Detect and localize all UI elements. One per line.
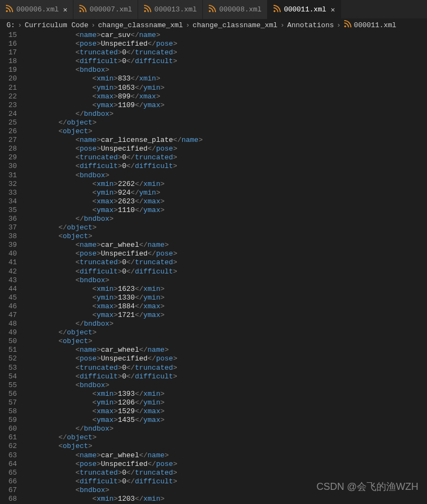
line-number: 58	[0, 407, 17, 416]
tab-label: 000013.xml	[154, 5, 197, 14]
code-line[interactable]: </object>	[24, 119, 427, 127]
code-line[interactable]: </object>	[24, 328, 427, 337]
code-line[interactable]: <pose>Unspecified</pose>	[24, 145, 427, 153]
code-line[interactable]: </bndbox>	[24, 110, 427, 119]
code-line[interactable]: <truncated>0</truncated>	[24, 469, 427, 477]
line-number: 26	[0, 127, 17, 136]
tab-000006-xml[interactable]: 000006.xml✕	[0, 0, 73, 19]
tab-000008-xml[interactable]: 000008.xml	[203, 0, 268, 19]
breadcrumb-segment[interactable]: Curriculum Code	[24, 21, 88, 29]
code-line[interactable]: </object>	[24, 433, 427, 442]
line-number: 41	[0, 258, 17, 267]
line-number: 27	[0, 136, 17, 145]
code-area[interactable]: <name>car_suv</name> <pose>Unspecified</…	[24, 31, 427, 504]
svg-point-1	[79, 10, 82, 12]
code-line[interactable]: <difficult>0</difficult>	[24, 477, 427, 486]
code-line[interactable]: <xmin>2262</xmin>	[24, 180, 427, 189]
close-icon[interactable]: ✕	[331, 5, 335, 14]
code-line[interactable]: <ymin>924</ymin>	[24, 189, 427, 197]
tab-000007-xml[interactable]: 000007.xml	[73, 0, 138, 19]
breadcrumb-segment[interactable]: change_classname_xml	[193, 21, 277, 29]
line-number-gutter: 1516171819202122232425262728293031323334…	[0, 31, 24, 504]
line-number: 63	[0, 451, 17, 460]
line-number: 51	[0, 346, 17, 354]
code-line[interactable]: <ymin>1206</ymin>	[24, 399, 427, 407]
code-line[interactable]: <truncated>0</truncated>	[24, 153, 427, 162]
line-number: 21	[0, 84, 17, 92]
close-icon[interactable]: ✕	[63, 5, 67, 14]
code-line[interactable]: <xmax>2623</xmax>	[24, 197, 427, 206]
code-line[interactable]: <truncated>0</truncated>	[24, 48, 427, 57]
code-line[interactable]: <xmin>1203</xmin>	[24, 495, 427, 503]
code-line[interactable]: <name>car_wheel</name>	[24, 346, 427, 354]
code-line[interactable]: <object>	[24, 442, 427, 451]
code-line[interactable]: <object>	[24, 337, 427, 346]
code-line[interactable]: <bndbox>	[24, 66, 427, 74]
code-line[interactable]: <pose>Unspecified</pose>	[24, 460, 427, 469]
tab-label: 000006.xml	[16, 5, 59, 14]
code-line[interactable]: <pose>Unspecified</pose>	[24, 250, 427, 258]
line-number: 44	[0, 285, 17, 294]
line-number: 52	[0, 354, 17, 363]
code-line[interactable]: <bndbox>	[24, 381, 427, 390]
line-number: 30	[0, 162, 17, 171]
line-number: 47	[0, 311, 17, 320]
code-line[interactable]: <object>	[24, 232, 427, 241]
code-line[interactable]: <bndbox>	[24, 276, 427, 285]
tab-000011-xml[interactable]: 000011.xml✕	[268, 0, 341, 19]
tab-label: 000008.xml	[219, 5, 262, 14]
code-line[interactable]: <xmin>1393</xmin>	[24, 390, 427, 399]
line-number: 50	[0, 337, 17, 346]
code-line[interactable]: <ymin>1053</ymin>	[24, 84, 427, 92]
code-line[interactable]: <pose>Unspecified</pose>	[24, 354, 427, 363]
breadcrumb-segment[interactable]: change_classname_xml	[98, 21, 183, 29]
line-number: 34	[0, 197, 17, 206]
code-line[interactable]: </object>	[24, 223, 427, 232]
code-line[interactable]: <name>car_wheel</name>	[24, 241, 427, 250]
code-line[interactable]: </bndbox>	[24, 215, 427, 223]
code-line[interactable]: <difficult>0</difficult>	[24, 57, 427, 66]
tab-000013-xml[interactable]: 000013.xml	[138, 0, 203, 19]
line-number: 39	[0, 241, 17, 250]
code-line[interactable]: <ymax>1435</ymax>	[24, 416, 427, 425]
rss-icon	[344, 20, 354, 30]
editor: 1516171819202122232425262728293031323334…	[0, 31, 427, 504]
code-line[interactable]: <pose>Unspecified</pose>	[24, 40, 427, 48]
code-line[interactable]: <name>car_suv</name>	[24, 31, 427, 40]
svg-point-0	[6, 10, 8, 12]
code-line[interactable]: <difficult>0</difficult>	[24, 267, 427, 276]
code-line[interactable]: <xmax>1884</xmax>	[24, 302, 427, 311]
code-line[interactable]: <object>	[24, 127, 427, 136]
code-line[interactable]: <bndbox>	[24, 486, 427, 495]
code-line[interactable]: <ymin>1330</ymin>	[24, 294, 427, 302]
chevron-right-icon: ›	[18, 21, 22, 29]
code-line[interactable]: <name>car_wheel</name>	[24, 451, 427, 460]
code-line[interactable]: <difficult>0</difficult>	[24, 372, 427, 381]
code-line[interactable]: <ymax>1110</ymax>	[24, 206, 427, 215]
code-line[interactable]: <xmax>1529</xmax>	[24, 407, 427, 416]
code-line[interactable]: <bndbox>	[24, 171, 427, 180]
code-line[interactable]: <truncated>0</truncated>	[24, 258, 427, 267]
line-number: 15	[0, 31, 17, 40]
line-number: 56	[0, 390, 17, 399]
rss-icon	[79, 5, 90, 15]
chevron-right-icon: ›	[280, 21, 284, 29]
breadcrumb-segment[interactable]: Annotations	[287, 21, 334, 29]
code-line[interactable]: <xmin>833</xmin>	[24, 74, 427, 83]
line-number: 49	[0, 328, 17, 337]
code-line[interactable]: <xmin>1623</xmin>	[24, 285, 427, 294]
code-line[interactable]: <ymax>1109</ymax>	[24, 101, 427, 110]
code-line[interactable]: <name>car_license_plate</name>	[24, 136, 427, 145]
line-number: 43	[0, 276, 17, 285]
tab-label: 000007.xml	[90, 5, 132, 14]
code-line[interactable]: <ymax>1721</ymax>	[24, 311, 427, 320]
line-number: 48	[0, 320, 17, 328]
breadcrumb-segment[interactable]: 000011.xml	[354, 21, 397, 29]
code-line[interactable]: <difficult>0</difficult>	[24, 162, 427, 171]
breadcrumb-segment[interactable]: G:	[7, 21, 15, 29]
code-line[interactable]: <truncated>0</truncated>	[24, 364, 427, 372]
line-number: 54	[0, 372, 17, 381]
code-line[interactable]: </bndbox>	[24, 425, 427, 433]
code-line[interactable]: </bndbox>	[24, 320, 427, 328]
code-line[interactable]: <xmax>899</xmax>	[24, 92, 427, 101]
